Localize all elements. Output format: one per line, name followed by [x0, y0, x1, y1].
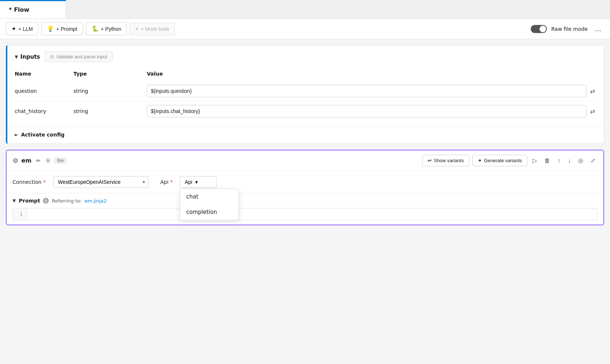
validate-icon: ⊙	[50, 54, 54, 59]
code-editor: 1	[12, 208, 598, 220]
connection-select[interactable]: WestEuropeOpenAIService	[53, 176, 149, 188]
python-button[interactable]: 🐍 + Python	[86, 22, 127, 35]
validate-button: ⊙ Validate and parse input	[44, 51, 113, 62]
input-value-cell: ⇄	[147, 81, 596, 101]
validate-label: Validate and parse input	[56, 54, 107, 59]
move-down-button[interactable]: ↓	[566, 156, 573, 165]
input-name: question	[15, 81, 73, 101]
api-required-star: *	[170, 179, 173, 185]
connection-required-star: *	[43, 179, 46, 185]
input-type: string	[73, 81, 147, 101]
input-value-cell: ⇄	[147, 101, 596, 121]
section-header: ▼ Inputs ⊙ Validate and parse input	[15, 51, 596, 62]
api-selected-value: Api	[185, 179, 192, 185]
col-header-name: Name	[15, 68, 73, 81]
llm-card: ⚙ em ✏ ⎘ llm ⇌ Show variants ✦ Generate …	[6, 150, 604, 225]
raw-file-label: Raw file mode	[551, 26, 588, 32]
connection-row: Connection * WestEuropeOpenAIService Api…	[7, 171, 603, 193]
api-chevron-icon: ▾	[195, 179, 198, 185]
llm-node-name: em	[21, 157, 32, 164]
activate-config-label: Activate config	[21, 132, 65, 138]
input-name: chat_history	[15, 101, 73, 121]
prompt-icon: 💡	[47, 25, 54, 32]
activate-chevron-icon: ►	[15, 132, 18, 137]
tab-bar: * Flow	[0, 0, 610, 19]
llm-badge: llm	[54, 157, 67, 164]
llm-edit-button[interactable]: ✏	[35, 157, 42, 165]
move-up-button[interactable]: ↑	[555, 156, 563, 165]
api-label: Api *	[160, 179, 173, 185]
line-content-1[interactable]	[28, 208, 597, 214]
delete-button[interactable]: 🗑	[542, 156, 552, 165]
llm-card-left: ⚙ em ✏ ⎘ llm	[12, 157, 67, 165]
flow-tab[interactable]: * Flow	[0, 0, 66, 18]
line-number-1: 1	[13, 208, 28, 220]
llm-card-right: ⇌ Show variants ✦ Generate variants ▷ 🗑 …	[422, 155, 598, 166]
more-options-button[interactable]: ...	[592, 23, 604, 34]
connection-label: Connection *	[12, 179, 46, 185]
value-expand-button[interactable]: ⇄	[589, 86, 596, 96]
referring-link[interactable]: em.jinja2	[84, 198, 106, 204]
generate-variants-button[interactable]: ✦ Generate variants	[472, 155, 527, 166]
more-tools-label: + More tools	[141, 26, 169, 32]
api-select-wrapper: Api ▾ chat completion	[180, 176, 217, 188]
value-expand-button[interactable]: ⇄	[589, 106, 596, 116]
raw-file-toggle[interactable]	[531, 25, 547, 33]
activate-config-section: ► Activate config	[7, 127, 604, 143]
inputs-title: ▼ Inputs	[15, 54, 40, 60]
code-line-1: 1	[13, 208, 597, 220]
llm-card-header: ⚙ em ✏ ⎘ llm ⇌ Show variants ✦ Generate …	[7, 150, 603, 171]
col-header-type: Type	[73, 68, 147, 81]
api-option-completion[interactable]: completion	[180, 204, 238, 220]
llm-copy-button[interactable]: ⎘	[45, 157, 51, 164]
input-type: string	[73, 101, 147, 121]
connection-select-wrapper: WestEuropeOpenAIService	[53, 176, 149, 188]
api-dropdown-menu: chat completion	[180, 189, 239, 220]
input-value-field[interactable]	[147, 85, 587, 97]
api-select-button[interactable]: Api ▾	[180, 176, 217, 188]
prompt-button[interactable]: 💡 + Prompt	[41, 22, 83, 35]
table-row: question string ⇄	[15, 81, 596, 101]
table-row: chat_history string ⇄	[15, 101, 596, 121]
prompt-button-label: + Prompt	[56, 26, 77, 32]
inputs-chevron[interactable]: ▼	[15, 54, 18, 59]
prompt-header: ▼ Prompt i Referring to: em.jinja2	[12, 198, 598, 204]
api-option-chat[interactable]: chat	[180, 189, 238, 204]
activate-config-header[interactable]: ► Activate config	[15, 132, 596, 138]
main-content: ▼ Inputs ⊙ Validate and parse input Name…	[0, 45, 610, 225]
prompt-chevron-icon[interactable]: ▼	[12, 198, 16, 203]
referring-text: Referring to:	[52, 198, 81, 204]
llm-icon: ✦	[11, 25, 16, 32]
python-button-label: + Python	[101, 26, 121, 32]
more-tools-button: + + More tools	[130, 23, 175, 35]
prompt-title: Prompt	[19, 198, 40, 204]
llm-node-icon: ⚙	[12, 157, 18, 164]
python-icon: 🐍	[91, 25, 99, 32]
expand-button[interactable]: ⤢	[588, 156, 598, 165]
col-header-value: Value	[147, 68, 596, 81]
toolbar: ✦ + LLM 💡 + Prompt 🐍 + Python + + More t…	[0, 19, 610, 39]
inputs-section: ▼ Inputs ⊙ Validate and parse input Name…	[7, 46, 604, 127]
prompt-info-icon[interactable]: i	[43, 198, 49, 204]
toolbar-right: Raw file mode ...	[531, 23, 604, 34]
show-variants-icon: ⇌	[428, 158, 432, 163]
gen-variants-icon: ✦	[478, 158, 482, 163]
input-value-field[interactable]	[147, 105, 587, 117]
inputs-card: ▼ Inputs ⊙ Validate and parse input Name…	[6, 45, 604, 144]
show-variants-label: Show variants	[434, 158, 464, 163]
run-button[interactable]: ▷	[530, 156, 539, 165]
llm-button-label: + LLM	[18, 26, 33, 32]
gen-variants-label: Generate variants	[484, 158, 522, 163]
llm-button[interactable]: ✦ + LLM	[6, 22, 38, 35]
inputs-table: Name Type Value question string ⇄ chat_h…	[15, 68, 596, 121]
target-button[interactable]: ◎	[576, 156, 585, 165]
more-tools-icon: +	[135, 26, 138, 32]
show-variants-button[interactable]: ⇌ Show variants	[422, 155, 469, 166]
prompt-section: ▼ Prompt i Referring to: em.jinja2 1	[7, 193, 603, 225]
